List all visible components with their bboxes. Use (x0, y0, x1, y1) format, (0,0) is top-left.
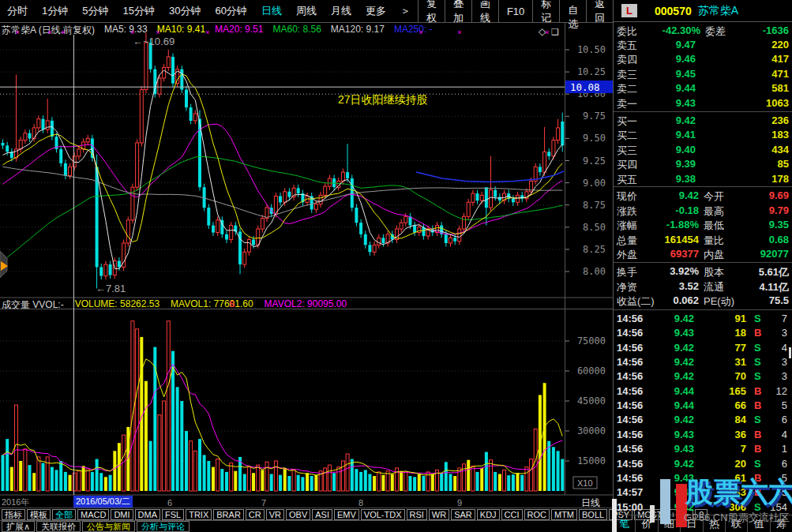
bottom-tab-公告与新闻[interactable]: 公告与新闻 (82, 521, 135, 532)
svg-text:10.08: 10.08 (570, 81, 600, 93)
panel-tab-联[interactable]: 联 (726, 515, 748, 532)
indicator-tab-BRAR[interactable]: BRAR (213, 509, 244, 520)
tick-direction: S (754, 370, 761, 382)
panel-tab-值[interactable]: 值 (748, 515, 770, 532)
bid-level-label: 买三 (617, 144, 637, 158)
indicator-tab-BOLL[interactable]: BOLL (579, 509, 607, 520)
indicator-tab-CR[interactable]: CR (246, 509, 265, 520)
menu-period-月线[interactable]: 月线 (324, 4, 358, 18)
quote-row: 买五9.38178 (614, 172, 792, 186)
weibi-value: -42.30% (661, 24, 700, 36)
menu-period-1分钟[interactable]: 1分钟 (35, 4, 75, 18)
indicator-tab-OBV[interactable]: OBV (286, 509, 310, 520)
panel-tab-价[interactable]: 价 (636, 515, 658, 532)
svg-text:❑: ❑ (551, 27, 559, 36)
bid-price: 9.40 (648, 144, 696, 155)
svg-text:8.25: 8.25 (583, 244, 606, 255)
indicator-tab-VOL-TDX[interactable]: VOL-TDX (361, 509, 405, 520)
toolbar-button-标记[interactable]: 标记 (532, 0, 559, 22)
panel-tab-笔[interactable]: 笔 (614, 515, 636, 532)
broker-logo-icon[interactable]: L (621, 4, 637, 17)
toolbar-button-复权[interactable]: 复权 (418, 0, 445, 22)
menu-period-＞[interactable]: ＞ (393, 4, 418, 18)
tick-count: 5 (765, 472, 787, 484)
menu-period-更多[interactable]: 更多 (358, 4, 393, 18)
ask-volume: 417 (724, 53, 789, 65)
indicator-tab-ROC[interactable]: ROC (524, 509, 550, 520)
panel-tab-细[interactable]: 细 (659, 515, 681, 532)
bottom-tab-扩展∧[interactable]: 扩展∧ (2, 521, 35, 532)
tick-price: 9.43 (655, 429, 694, 440)
menu-period-15分钟[interactable]: 15分钟 (115, 4, 161, 18)
bottom-tab-关联报价[interactable]: 关联报价 (36, 521, 81, 532)
indicator-tab-TRIX[interactable]: TRIX (186, 509, 212, 520)
tick-direction: S (754, 458, 761, 470)
indicator-tab-EMV[interactable]: EMV (334, 509, 359, 520)
indicator-tab-指标[interactable]: 指标 (2, 509, 25, 520)
bottom-tab-分析与评论[interactable]: 分析与评论 (137, 521, 190, 532)
indicator-tab-FSL[interactable]: FSL (162, 509, 184, 520)
indicator-tab-模板[interactable]: 模板 (27, 509, 51, 520)
menu-period-30分钟[interactable]: 30分钟 (162, 4, 208, 18)
indicator-tab-DMA[interactable]: DMA (135, 509, 160, 520)
indicator-tab-ASI[interactable]: ASI (312, 509, 332, 520)
indicator-tab-CCI[interactable]: CCI (501, 509, 523, 520)
indicator-tab-RSI[interactable]: RSI (407, 509, 427, 520)
bid-level-label: 买五 (617, 173, 637, 187)
indicator-tab-DMI[interactable]: DMI (111, 509, 133, 520)
svg-text:10.50: 10.50 (577, 44, 606, 55)
panel-tab-日[interactable]: 日 (681, 515, 703, 532)
svg-text:9.50: 9.50 (583, 133, 606, 144)
main-chart[interactable]: 10.5010.2510.009.759.509.259.008.758.508… (0, 23, 613, 499)
menu-period-周线[interactable]: 周线 (289, 4, 324, 18)
quote-panel-header: L 000570 苏常柴A (614, 0, 792, 22)
toolbar-button-叠加[interactable]: 叠加 (445, 0, 471, 22)
quote-stat-label: 净资 (617, 280, 637, 294)
quote-stat-label: 总量 (617, 234, 637, 248)
tick-time: 14:56 (617, 472, 643, 484)
quote-row: 外盘69377内盘92077 (614, 247, 792, 261)
quote-row: 换手3.92%股本5.61亿 (614, 264, 792, 279)
bid-level-label: 买一 (617, 114, 637, 129)
quote-row: 净资3.52流通4.11亿 (614, 279, 792, 294)
tick-time: 14:56 (617, 429, 643, 440)
indicator-tab-WR[interactable]: WR (429, 509, 449, 520)
menu-period-5分钟[interactable]: 5分钟 (75, 4, 115, 18)
indicator-tab-MTM[interactable]: MTM (551, 509, 577, 520)
tick-time: 15:00 (617, 501, 643, 513)
svg-text:27日收阳继续持股: 27日收阳继续持股 (338, 93, 428, 106)
tick-time: 14:56 (617, 327, 643, 339)
menu-period-60分钟[interactable]: 60分钟 (208, 4, 253, 18)
panel-tab-筹[interactable]: 筹 (771, 515, 792, 532)
toolbar-button-返回[interactable]: 返回 (586, 0, 613, 22)
svg-text:75000: 75000 (577, 335, 606, 347)
menu-period-日线[interactable]: 日线 (254, 4, 289, 18)
svg-text:×: × (205, 28, 209, 36)
tick-price: 9.42 (655, 313, 694, 324)
tick-direction: B (754, 443, 761, 455)
panel-tab-热[interactable]: 热 (704, 515, 726, 532)
toolbar-button-画线[interactable]: 画线 (471, 0, 498, 22)
tick-scrollbar-thumb[interactable] (789, 347, 791, 358)
menu-period-分时[interactable]: 分时 (0, 4, 35, 18)
toolbar-button--自选[interactable]: -自选 (559, 0, 586, 22)
tick-volume: 61 (700, 472, 746, 484)
quote-row: 收益(二)0.062PE(动)75.5 (614, 294, 792, 308)
indicator-tab-MACD[interactable]: MACD (77, 509, 109, 520)
tick-count: 3 (765, 356, 787, 368)
svg-text:×: × (47, 28, 51, 36)
indicator-tab-全部[interactable]: 全部 (52, 509, 76, 520)
tick-volume: 91 (700, 313, 746, 324)
tick-price: 9.42 (655, 458, 694, 470)
tick-count: 154 (765, 501, 787, 513)
indicator-tab-SAR[interactable]: SAR (451, 509, 475, 520)
tick-volume: 18 (700, 327, 746, 339)
tick-price: 9.43 (655, 327, 694, 339)
tick-price: 9.43 (655, 486, 694, 498)
toolbar-button-F10[interactable]: F10 (498, 0, 532, 22)
ask-price: 9.47 (648, 39, 696, 51)
indicator-tab-VR[interactable]: VR (266, 509, 284, 520)
bid-price: 9.41 (648, 129, 696, 140)
tick-time: 14:56 (617, 370, 643, 382)
indicator-tab-KDJ[interactable]: KDJ (477, 509, 500, 520)
